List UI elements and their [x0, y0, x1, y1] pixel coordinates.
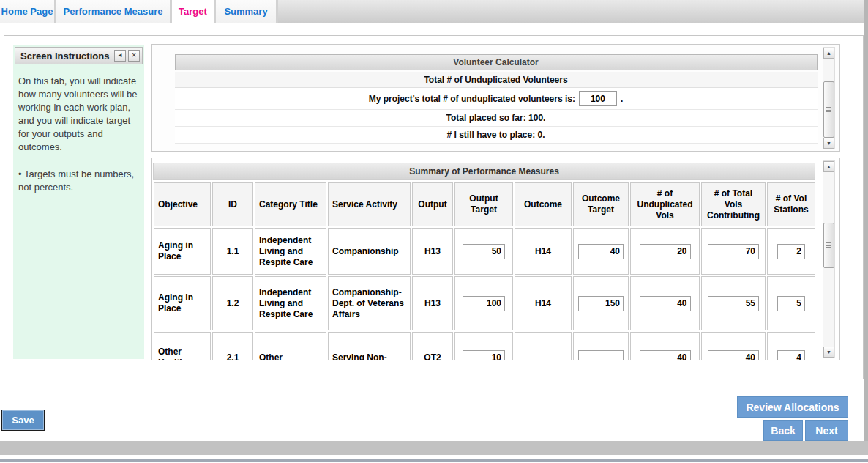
screen-instructions-title: Screen Instructions — [20, 51, 114, 62]
vol-stations-cell — [767, 332, 815, 360]
vol-stations-cell — [767, 228, 815, 275]
unduplicated-vols-cell — [630, 332, 700, 360]
outcome-cell: H14 — [515, 276, 572, 330]
scroll-up-icon[interactable]: ▲ — [823, 161, 834, 172]
col-objective: Objective — [154, 182, 211, 226]
table-scrollbar[interactable]: ▲ ▼ — [823, 160, 835, 358]
review-allocations-button[interactable]: Review Allocations — [737, 396, 848, 418]
total-vols-cell — [701, 228, 766, 275]
unduplicated-vols-input[interactable] — [640, 296, 691, 311]
output-cell: OT2 — [412, 332, 453, 360]
scroll-down-icon[interactable]: ▼ — [823, 347, 834, 358]
outcome-target-input[interactable] — [578, 296, 624, 311]
table-row: Other Healthy 2.1 Other Serving Non- OT2 — [154, 332, 815, 360]
performance-measures-section: Summary of Performance Measures Objectiv… — [151, 158, 840, 360]
output-target-cell — [454, 228, 513, 275]
objective-cell: Other Healthy — [154, 332, 211, 360]
category-cell: Independent Living and Respite Care — [255, 276, 326, 330]
instructions-bullet: • Targets must be numbers, not percents. — [18, 168, 139, 194]
outcome-target-cell — [573, 228, 629, 275]
main-content-panel: Screen Instructions ◄ ✕ On this tab, you… — [4, 35, 864, 379]
total-vols-cell — [701, 332, 766, 360]
volunteer-calculator-title: Volunteer Calculator — [175, 54, 818, 70]
category-cell: Independent Living and Respite Care — [255, 228, 326, 275]
tab-target[interactable]: Target — [172, 0, 216, 23]
unduplicated-volunteers-row: My project's total # of unduplicated vol… — [175, 88, 818, 110]
col-service-activity: Service Activity — [328, 182, 411, 226]
tab-home-page[interactable]: Home Page — [0, 0, 56, 23]
id-cell: 1.1 — [212, 228, 253, 275]
instructions-paragraph: On this tab, you will indicate how many … — [18, 75, 139, 154]
table-scrollbar-thumb[interactable] — [823, 223, 834, 268]
next-button[interactable]: Next — [805, 420, 848, 441]
footer-bar — [0, 441, 868, 455]
vol-stations-input[interactable] — [777, 244, 805, 259]
outcome-target-cell — [573, 332, 629, 360]
performance-measures-table: Objective ID Category Title Service Acti… — [152, 181, 817, 360]
screen-instructions-header: Screen Instructions ◄ ✕ — [15, 47, 143, 64]
unduplicated-vols-cell — [630, 228, 700, 275]
still-to-place-text: # I still have to place: 0. — [175, 127, 818, 144]
output-target-input[interactable] — [463, 296, 505, 311]
scroll-up-icon[interactable]: ▲ — [823, 48, 834, 59]
calculator-scrollbar[interactable]: ▲ ▼ — [823, 47, 835, 149]
calculator-scrollbar-thumb[interactable] — [823, 81, 834, 138]
col-outcome: Outcome — [515, 182, 572, 226]
window-bottom-border — [0, 459, 868, 462]
col-unduplicated-vols: # of Unduplicated Vols — [630, 182, 700, 226]
objective-cell: Aging in Place — [154, 228, 211, 275]
performance-measures-title: Summary of Performance Measures — [153, 163, 815, 180]
col-id: ID — [212, 182, 253, 226]
tab-bar-filler — [278, 0, 864, 23]
col-output: Output — [412, 182, 453, 226]
activity-cell: Companionship-Dept. of Veterans Affairs — [328, 276, 411, 330]
output-target-input[interactable] — [463, 244, 505, 259]
screen-instructions-text: On this tab, you will indicate how many … — [13, 69, 144, 200]
category-cell: Other — [255, 332, 326, 360]
unduplicated-volunteers-input[interactable] — [579, 91, 617, 106]
unduplicated-volunteers-heading: Total # of Unduplicated Volunteers — [175, 72, 818, 88]
tab-summary[interactable]: Summary — [216, 0, 278, 23]
total-placed-text: Total placed so far: 100. — [175, 110, 818, 127]
total-vols-input[interactable] — [708, 350, 759, 361]
unduplicated-vols-cell — [630, 276, 700, 330]
window-right-border — [864, 0, 868, 441]
output-target-cell — [454, 276, 513, 330]
output-target-cell — [454, 332, 513, 360]
outcome-target-input[interactable] — [578, 244, 624, 259]
vol-stations-input[interactable] — [777, 296, 805, 311]
id-cell: 1.2 — [212, 276, 253, 330]
objective-cell: Aging in Place — [154, 276, 211, 330]
vol-stations-input[interactable] — [777, 350, 805, 361]
col-category-title: Category Title — [255, 182, 326, 226]
total-vols-input[interactable] — [708, 244, 759, 259]
outcome-target-input[interactable] — [578, 350, 624, 361]
back-button[interactable]: Back — [763, 420, 803, 441]
collapse-panel-icon[interactable]: ◄ — [114, 50, 126, 62]
save-button[interactable]: Save — [1, 410, 45, 431]
unduplicated-volunteers-suffix: . — [621, 94, 623, 104]
total-vols-cell — [701, 276, 766, 330]
table-header-row: Objective ID Category Title Service Acti… — [154, 182, 815, 226]
output-cell: H13 — [412, 228, 453, 275]
unduplicated-volunteers-label: My project's total # of unduplicated vol… — [369, 94, 575, 104]
outcome-target-cell — [573, 276, 629, 330]
outcome-cell: H14 — [515, 228, 572, 275]
id-cell: 2.1 — [212, 332, 253, 360]
total-vols-input[interactable] — [708, 296, 759, 311]
activity-cell: Serving Non- — [328, 332, 411, 360]
output-target-input[interactable] — [463, 350, 505, 361]
unduplicated-vols-input[interactable] — [640, 350, 691, 361]
scrollbar-grip-icon — [826, 107, 831, 112]
tab-performance-measure[interactable]: Performance Measure — [56, 0, 172, 23]
close-panel-icon[interactable]: ✕ — [128, 50, 140, 62]
screen-instructions-panel: Screen Instructions ◄ ✕ On this tab, you… — [13, 45, 144, 359]
unduplicated-vols-input[interactable] — [640, 244, 691, 259]
scroll-down-icon[interactable]: ▼ — [823, 138, 834, 149]
vol-stations-cell — [767, 276, 815, 330]
col-output-target: Output Target — [454, 182, 513, 226]
col-outcome-target: Outcome Target — [573, 182, 629, 226]
outcome-cell — [515, 332, 572, 360]
col-vol-stations: # of Vol Stations — [767, 182, 815, 226]
tab-bar: Home Page Performance Measure Target Sum… — [0, 0, 864, 23]
